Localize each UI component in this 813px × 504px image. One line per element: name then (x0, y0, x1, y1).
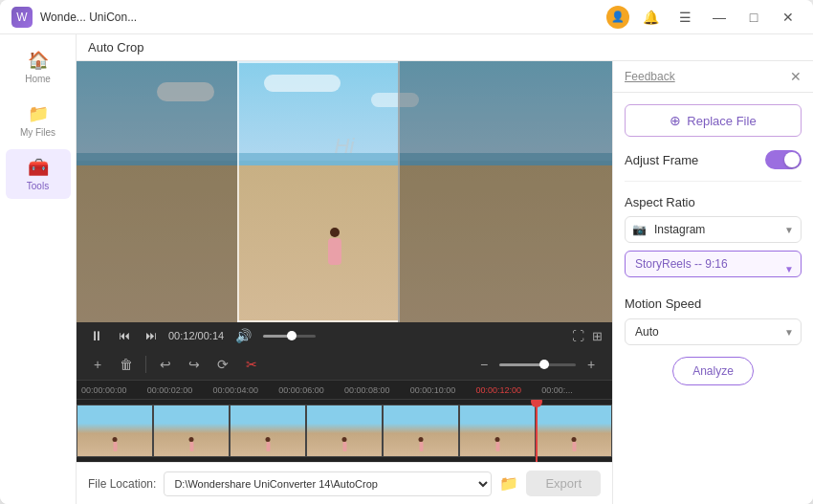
volume-icon: 🔊 (231, 326, 255, 345)
ruler-mark-7: 00:00:... (541, 385, 607, 395)
aspect-ratio-section: Aspect Ratio (625, 193, 802, 210)
app-icon: W (11, 7, 33, 28)
undo-button[interactable]: ↩ (154, 353, 177, 376)
sidebar-files-label: My Files (20, 127, 55, 138)
volume-slider[interactable] (263, 335, 316, 338)
pause-button[interactable]: ⏸ (86, 326, 107, 345)
motion-speed-label: Motion Speed (625, 296, 802, 311)
panel-divider (625, 181, 802, 182)
fullscreen-button[interactable]: ⛶ (572, 329, 584, 343)
video-canvas: Hi (77, 61, 612, 322)
time-display: 00:12/00:14 (168, 330, 224, 341)
ruler-mark-4: 00:00:08:00 (344, 385, 410, 395)
strip-frame-2 (153, 405, 230, 457)
maximize-button[interactable]: □ (740, 4, 767, 31)
ruler-mark-6: 00:00:12:00 (476, 385, 542, 395)
toggle-thumb (784, 152, 800, 167)
video-controls: ⏸ ⏮ ⏭ 00:12/00:14 🔊 ⛶ ⊞ (77, 322, 612, 349)
sidebar-item-tools[interactable]: 🧰 Tools (6, 149, 71, 199)
browse-folder-button[interactable]: 📁 (499, 474, 518, 493)
ruler-marks: 00:00:00:00 00:00:02:00 00:00:04:00 00:0… (77, 385, 612, 395)
sidebar-item-home[interactable]: 🏠 Home (6, 42, 71, 92)
tools-icon: 🧰 (28, 157, 49, 178)
right-panel-body: ⊕ Replace File Adjust Frame (613, 93, 813, 504)
replace-file-label: Replace File (687, 114, 756, 128)
app-title: Wonde... UniCon... (40, 11, 137, 24)
timeline-ruler: 00:00:00:00 00:00:02:00 00:00:04:00 00:0… (77, 381, 612, 400)
crop-overlay (77, 61, 612, 322)
right-panel: Feedback ✕ ⊕ Replace File Adjust Frame (612, 61, 813, 504)
export-button[interactable]: Export (526, 471, 601, 496)
motion-speed-section: Motion Speed Auto Slow Medium Fast ▼ (625, 296, 802, 345)
adjust-frame-toggle[interactable] (765, 150, 802, 169)
add-media-button[interactable]: + (86, 353, 109, 376)
toolbar-divider (145, 356, 146, 373)
sidebar-home-label: Home (25, 74, 51, 84)
strip-frame-6 (459, 405, 536, 457)
next-frame-button[interactable]: ⏭ (142, 327, 161, 344)
ruler-mark-0: 00:00:00:00 (81, 385, 147, 395)
timeline-toolbar: + 🗑 ↩ ↪ ⟳ ✂ − + (77, 349, 612, 381)
panel-title: Auto Crop (88, 40, 144, 55)
crop-view-button[interactable]: ⊞ (592, 329, 603, 343)
ruler-mark-2: 00:00:04:00 (213, 385, 279, 395)
timeline-track[interactable] (77, 400, 612, 462)
notification-button[interactable]: 🔔 (637, 4, 664, 31)
sub-select-wrapper: StoryReels -- 9:16 Post -- 1:1 Stories -… (625, 251, 802, 287)
strip-frame-5 (383, 405, 459, 457)
ruler-mark-3: 00:00:06:00 (278, 385, 344, 395)
user-avatar-button[interactable]: 👤 (606, 6, 629, 29)
menu-button[interactable]: ☰ (671, 4, 698, 31)
timeline-area: + 🗑 ↩ ↪ ⟳ ✂ − + (77, 349, 612, 462)
sidebar-item-files[interactable]: 📁 My Files (6, 96, 71, 145)
sidebar: 🏠 Home 📁 My Files 🧰 Tools (0, 34, 77, 504)
feedback-link[interactable]: Feedback (625, 70, 675, 83)
motion-speed-select[interactable]: Auto Slow Medium Fast (625, 318, 802, 345)
file-bar: File Location: D:\Wondershare UniConvert… (77, 462, 612, 504)
scissors-button[interactable]: ✂ (240, 353, 263, 376)
app-window: W Wonde... UniCon... 👤 🔔 ☰ — □ ✕ 🏠 Home … (0, 0, 813, 504)
home-icon: 🏠 (28, 50, 49, 71)
crop-line-1 (237, 61, 239, 322)
subject-figure (328, 228, 341, 265)
zoom-slider[interactable] (499, 363, 576, 366)
adjust-frame-row: Adjust Frame (625, 150, 802, 169)
replace-file-icon: ⊕ (670, 113, 681, 128)
aspect-ratio-select-wrapper: 📷 Instagram YouTube TikTok Twitter Faceb… (625, 216, 802, 243)
main-layout: 🏠 Home 📁 My Files 🧰 Tools Auto Crop (0, 34, 813, 504)
minimize-button[interactable]: — (706, 4, 733, 31)
titlebar: W Wonde... UniCon... 👤 🔔 ☰ — □ ✕ (0, 0, 813, 34)
adjust-frame-label: Adjust Frame (625, 153, 698, 167)
zoom-in-button[interactable]: + (580, 353, 603, 376)
redo-button[interactable]: ↪ (183, 353, 206, 376)
analyze-button[interactable]: Analyze (672, 357, 754, 385)
aspect-ratio-select[interactable]: Instagram YouTube TikTok Twitter Faceboo… (625, 216, 802, 243)
playhead[interactable] (536, 400, 538, 462)
ruler-mark-5: 00:00:10:00 (410, 385, 476, 395)
file-path-select[interactable]: D:\Wondershare UniConverter 14\AutoCrop (164, 471, 492, 496)
files-icon: 📁 (28, 103, 49, 124)
right-panel-header: Feedback ✕ (613, 61, 813, 93)
zoom-out-button[interactable]: − (472, 353, 495, 376)
content-area: Auto Crop (77, 34, 813, 504)
watermark-text: Hi (335, 134, 355, 159)
strip-frame-7 (536, 405, 612, 457)
titlebar-controls: 👤 🔔 ☰ — □ ✕ (606, 4, 802, 31)
instagram-icon: 📷 (632, 223, 647, 236)
timeline-strip (77, 405, 612, 457)
ruler-mark-1: 00:00:02:00 (147, 385, 213, 395)
file-location-label: File Location: (88, 477, 156, 491)
redo2-button[interactable]: ⟳ (211, 353, 234, 376)
strip-frame-4 (306, 405, 383, 457)
prev-frame-button[interactable]: ⏮ (115, 327, 134, 344)
panel-close-button[interactable]: ✕ (790, 69, 802, 84)
delete-button[interactable]: 🗑 (115, 353, 138, 376)
total-time: 00:14 (198, 330, 225, 341)
video-player[interactable]: Hi (77, 61, 612, 322)
aspect-ratio-label: Aspect Ratio (625, 195, 695, 209)
close-button[interactable]: ✕ (775, 4, 802, 31)
replace-file-button[interactable]: ⊕ Replace File (625, 104, 802, 137)
story-reels-select[interactable]: StoryReels -- 9:16 Post -- 1:1 Stories -… (625, 251, 802, 277)
strip-frame-3 (230, 405, 306, 457)
zoom-area: − + (472, 353, 603, 376)
